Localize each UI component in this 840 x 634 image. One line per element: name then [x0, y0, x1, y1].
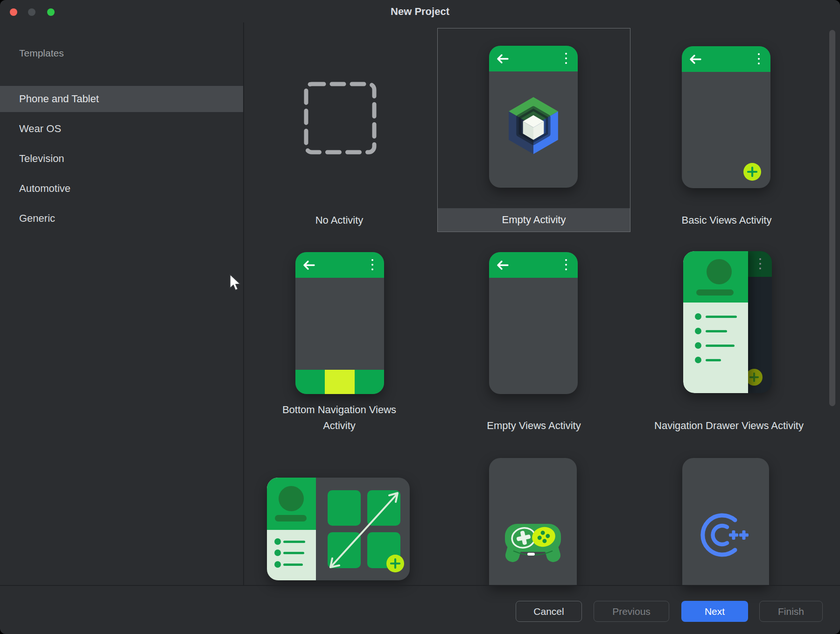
- drawer-menu-bullet: [695, 342, 701, 349]
- sidebar-item-label: Television: [19, 153, 64, 164]
- new-project-dialog: New Project Templates Phone and Tablet W…: [0, 0, 840, 634]
- phone-appbar: [489, 252, 578, 278]
- phone-appbar: [489, 46, 578, 71]
- avatar: [279, 486, 304, 511]
- previous-button[interactable]: Previous: [594, 601, 669, 622]
- phone-mockup-empty-activity: [489, 46, 578, 188]
- next-button[interactable]: Next: [681, 601, 748, 622]
- back-arrow-icon: [496, 54, 509, 64]
- fab-plus-icon-dimmed: [746, 369, 763, 386]
- sidebar-item-label: Wear OS: [19, 123, 61, 134]
- dashed-placeholder-icon: [303, 81, 377, 155]
- phone-mockup-cpp: [682, 458, 769, 585]
- sidebar-item-wear-os[interactable]: Wear OS: [0, 116, 243, 142]
- phone-appbar: [295, 252, 384, 278]
- username-placeholder: [696, 289, 734, 296]
- finish-button[interactable]: Finish: [759, 601, 823, 622]
- drawer-menu-line: [706, 359, 721, 361]
- drawer-menu-bullet: [695, 328, 701, 334]
- sidebar-item-label: Generic: [19, 212, 55, 224]
- avatar: [707, 259, 732, 284]
- screen: New Project Templates Phone and Tablet W…: [0, 0, 840, 634]
- back-arrow-icon: [496, 260, 509, 270]
- drawer-menu-line: [283, 564, 303, 566]
- fab-plus-icon: [386, 555, 404, 572]
- sidebar-item-phone-and-tablet[interactable]: Phone and Tablet: [0, 86, 243, 112]
- drawer-menu-bullet: [274, 561, 281, 568]
- nav-drawer-panel: [683, 251, 748, 393]
- overflow-menu-icon: [371, 259, 373, 273]
- back-arrow-icon: [689, 54, 702, 64]
- mouse-cursor: [228, 274, 241, 292]
- drawer-menu-bullet: [695, 313, 701, 320]
- window-title: New Project: [0, 6, 840, 18]
- drawer-menu-line: [706, 330, 727, 332]
- overflow-menu-icon: [565, 53, 567, 67]
- phone-mockup-bottom-nav: [295, 252, 384, 394]
- selected-card-label: Empty Activity: [438, 208, 630, 232]
- drawer-menu-bullet: [274, 538, 281, 545]
- drawer-menu-line: [706, 345, 735, 347]
- overflow-menu-icon: [759, 258, 761, 272]
- jetpack-compose-icon: [507, 97, 560, 154]
- phone-mockup-empty-views: [489, 252, 578, 394]
- bottom-nav-selected-tab: [325, 370, 355, 394]
- back-arrow-icon: [302, 260, 315, 270]
- drawer-menu-line: [283, 541, 305, 543]
- sidebar-item-label: Phone and Tablet: [19, 93, 99, 105]
- sidebar-divider: [243, 22, 244, 585]
- cpp-logo-icon: [700, 512, 750, 558]
- template-card-label: Bottom Navigation Views Activity: [274, 402, 405, 434]
- cancel-button[interactable]: Cancel: [516, 601, 582, 622]
- sidebar-item-generic[interactable]: Generic: [0, 205, 243, 232]
- fab-plus-icon: [743, 163, 761, 181]
- username-placeholder: [275, 515, 307, 521]
- tablet-mockup-responsive: [267, 478, 410, 580]
- overflow-menu-icon: [565, 259, 567, 273]
- sidebar-item-label: Automotive: [19, 183, 70, 194]
- template-card-label: Empty Views Activity: [438, 419, 630, 433]
- templates-header: Templates: [19, 48, 64, 59]
- drawer-menu-bullet: [695, 357, 701, 363]
- sidebar-item-television[interactable]: Television: [0, 146, 243, 172]
- phone-mockup-basic-views: [682, 46, 770, 188]
- sidebar-item-automotive[interactable]: Automotive: [0, 176, 243, 202]
- bottom-nav-bar: [295, 370, 384, 394]
- tablet-drawer-panel: [267, 478, 316, 580]
- scrollbar-thumb[interactable]: [829, 30, 835, 406]
- drawer-menu-bullet: [274, 549, 281, 556]
- template-card-label: Basic Views Activity: [631, 213, 822, 227]
- template-card-label: Navigation Drawer Views Activity: [631, 419, 827, 433]
- drawer-menu-line: [283, 552, 304, 554]
- drawer-menu-line: [706, 316, 737, 318]
- phone-appbar: [682, 46, 770, 72]
- game-controller-icon: [500, 520, 566, 569]
- overflow-menu-icon: [758, 53, 760, 67]
- phone-mockup-game: [489, 458, 577, 585]
- template-card-label: No Activity: [244, 213, 435, 227]
- phone-mockup-nav-drawer: [683, 251, 772, 393]
- button-bar-divider: [0, 585, 840, 586]
